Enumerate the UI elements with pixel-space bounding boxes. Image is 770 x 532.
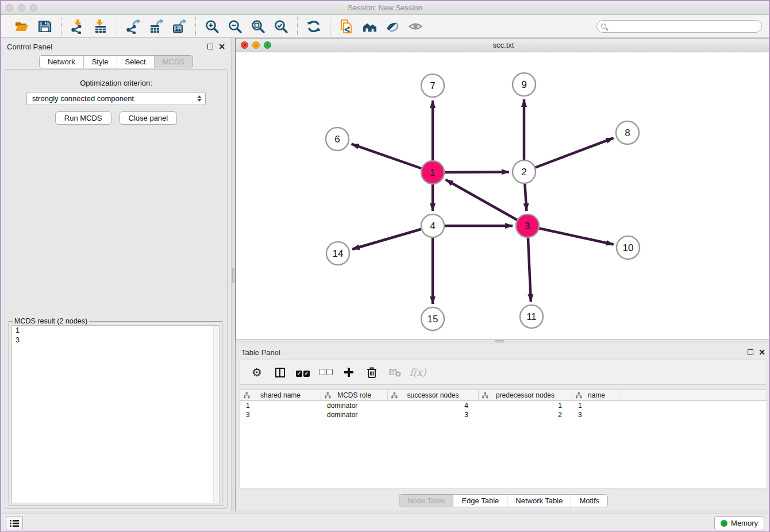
task-history-button[interactable] [6, 516, 23, 530]
graph-node-14[interactable]: 14 [326, 242, 349, 265]
apply-layout-button[interactable] [302, 17, 325, 36]
open-folder-icon [14, 19, 29, 34]
vertical-splitter[interactable] [231, 38, 236, 511]
table-cell[interactable]: 3 [572, 410, 621, 419]
zoom-out-button[interactable] [224, 17, 247, 36]
graph-node-8[interactable]: 8 [616, 121, 639, 144]
graph-node-10[interactable]: 10 [617, 236, 640, 259]
float-panel-icon[interactable] [207, 44, 213, 49]
export-network-button[interactable] [122, 17, 145, 36]
delete-table-button[interactable] [386, 364, 403, 381]
refresh-icon [306, 19, 321, 34]
table-row[interactable]: 1dominator411 [240, 401, 767, 410]
show-columns-button[interactable] [271, 364, 288, 381]
open-session-button[interactable] [10, 17, 33, 36]
column-header-predecessor-nodes[interactable]: predecessor nodes [479, 390, 572, 400]
tab-network-table[interactable]: Network Table [507, 495, 571, 507]
graph-node-1[interactable]: 1 [421, 161, 444, 184]
table-settings-button[interactable]: ⚙ [248, 364, 265, 381]
duplicate-network-button[interactable] [335, 17, 358, 36]
svg-text:14: 14 [333, 248, 344, 259]
close-panel-icon[interactable]: ✕ [218, 44, 225, 49]
apply-style-button[interactable] [381, 17, 404, 36]
export-table-button[interactable] [145, 17, 168, 36]
network-window-titlebar[interactable]: ✕ − + scc.txt [236, 38, 770, 52]
table-cell[interactable]: dominator [321, 410, 388, 419]
graph-node-4[interactable]: 4 [421, 214, 444, 237]
column-header-successor-nodes[interactable]: successor nodes [388, 390, 479, 400]
zoom-in-button[interactable] [201, 17, 224, 36]
float-table-panel-icon[interactable] [748, 349, 753, 355]
column-label: shared name [260, 391, 301, 399]
tab-edge-table[interactable]: Edge Table [453, 495, 507, 507]
tab-network[interactable]: Network [40, 56, 83, 68]
graph-edge-4-14[interactable] [352, 226, 433, 249]
column-header-name[interactable]: name [572, 390, 621, 400]
graph-edge-3-1[interactable] [446, 180, 528, 226]
criterion-dropdown[interactable]: strongly connected component [26, 92, 206, 105]
tab-style[interactable]: Style [83, 56, 117, 68]
close-table-panel-icon[interactable]: ✕ [759, 349, 765, 355]
network-graph[interactable]: 1234678910111415 [236, 52, 770, 340]
zoom-selected-button[interactable] [270, 17, 292, 36]
table-cell[interactable]: 2 [479, 410, 572, 419]
graph-node-11[interactable]: 11 [520, 305, 543, 328]
run-mcds-button[interactable]: Run MCDS [55, 111, 111, 125]
result-scrollbar[interactable] [213, 326, 218, 502]
eye-icon [408, 19, 423, 34]
splitter-grip[interactable] [232, 268, 234, 283]
column-header-shared-name[interactable]: shared name [240, 390, 321, 400]
table-cell[interactable]: dominator [321, 401, 388, 410]
function-builder-button[interactable]: f(x) [409, 364, 426, 381]
import-network-button[interactable] [66, 17, 89, 36]
save-session-button[interactable] [33, 17, 56, 36]
mcds-result-list[interactable]: 13 [11, 325, 220, 503]
tab-select[interactable]: Select [117, 56, 154, 68]
table-cell[interactable]: 3 [388, 410, 479, 419]
import-table-button[interactable] [89, 17, 112, 36]
control-panel-header: Control Panel ✕ [1, 38, 231, 55]
svg-text:9: 9 [521, 79, 526, 90]
table-cell[interactable]: 3 [240, 410, 321, 419]
graph-node-6[interactable]: 6 [326, 128, 349, 151]
graph-edge-2-8[interactable] [524, 138, 614, 172]
import-network-icon [70, 19, 85, 34]
table-panel: Table Panel ✕ ⚙ ✓✓ [236, 344, 770, 510]
table-cell[interactable]: 1 [240, 401, 321, 410]
tab-node-table[interactable]: Node Table [399, 495, 453, 507]
search-input[interactable] [609, 21, 761, 32]
deselect-all-button[interactable] [317, 364, 334, 381]
graph-node-3[interactable]: 3 [516, 214, 539, 237]
select-all-button[interactable]: ✓✓ [294, 364, 311, 381]
search-box[interactable] [596, 20, 762, 33]
export-image-button[interactable] [168, 17, 191, 36]
fit-content-button[interactable] [358, 17, 381, 36]
sort-icon [482, 392, 488, 399]
add-column-button[interactable] [340, 364, 357, 381]
graph-edge-3-10[interactable] [528, 226, 614, 244]
network-canvas[interactable]: 1234678910111415 [236, 52, 770, 340]
graph-node-2[interactable]: 2 [513, 160, 536, 183]
canvas-bottom-grip[interactable] [495, 340, 504, 342]
graph-node-15[interactable]: 15 [421, 307, 444, 330]
table-cell[interactable]: 1 [572, 401, 621, 410]
column-header-MCDS-role[interactable]: MCDS role [321, 390, 388, 400]
export-image-icon [172, 19, 187, 34]
graph-edge-1-6[interactable] [352, 144, 433, 172]
toolbar-group-session [6, 17, 61, 36]
export-table-icon [149, 19, 164, 34]
graph-node-7[interactable]: 7 [421, 74, 444, 97]
delete-column-button[interactable] [363, 364, 380, 381]
tab-motifs[interactable]: Motifs [571, 495, 607, 507]
show-hide-panels-button[interactable] [404, 17, 427, 36]
network-view-window: ✕ − + scc.txt 1234678910111415 [236, 38, 770, 340]
close-panel-button[interactable]: Close panel [120, 111, 178, 125]
table-row[interactable]: 3dominator323 [240, 410, 767, 419]
memory-button[interactable]: Memory [714, 516, 764, 530]
table-cell[interactable]: 4 [388, 401, 479, 410]
zoom-fit-button[interactable] [247, 17, 270, 36]
graph-node-9[interactable]: 9 [513, 73, 536, 96]
table-cell[interactable]: 1 [479, 401, 572, 410]
tab-mcds[interactable]: MCDS [154, 56, 192, 68]
network-title: scc.txt [236, 41, 770, 49]
